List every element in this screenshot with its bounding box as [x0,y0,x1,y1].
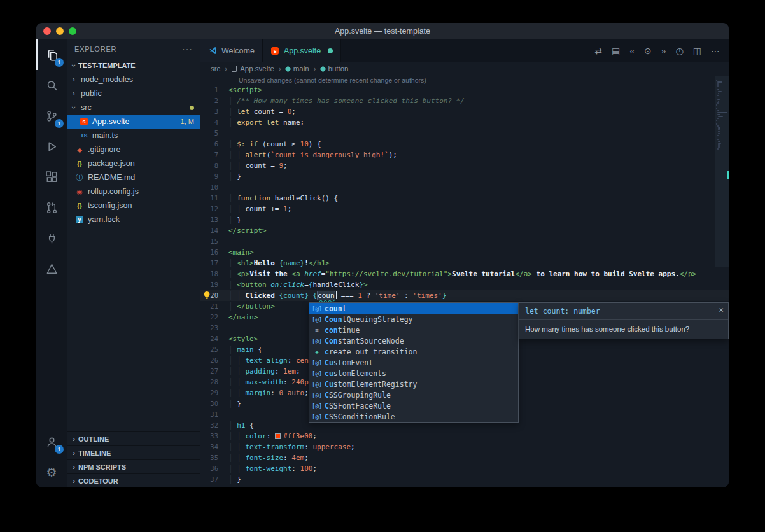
code-line-8[interactable]: 8│ │ count = 9; [200,160,729,171]
split-editor-icon[interactable]: ◫ [693,46,701,56]
code-line-35[interactable]: 35│ │ font-size: 4em; [200,452,729,463]
section-timeline[interactable]: ›TIMELINE [67,445,200,459]
suggestion-cssfontfacerule[interactable]: [@]CSSFontFaceRule [309,400,518,411]
code-line-18[interactable]: 18│ <p>Visit the <a href="https://svelte… [200,269,729,279]
code-line-1[interactable]: 1<script> [200,85,729,95]
tab-app-svelte[interactable]: sApp.svelte [263,39,341,62]
file-app-svelte[interactable]: sApp.svelte1, M [67,115,200,129]
code-line-11[interactable]: 11│ function handleClick() { [200,193,729,204]
more-actions-icon[interactable]: ··· [182,44,193,54]
code-line-16[interactable]: 16<main> [200,247,729,258]
close-button[interactable] [43,27,51,35]
code-line-6[interactable]: 6│ $: if (count ≥ 10) { [200,139,729,150]
file-package-json[interactable]: {}package.json [67,157,200,171]
lightbulb-icon[interactable] [202,291,211,300]
code-line-17[interactable]: 17│ <h1>Hello {name}!</h1> [200,258,729,269]
code-line-13[interactable]: 13│ } [200,214,729,225]
code-line-37[interactable]: 37│ } [200,474,729,485]
activity-azure-icon[interactable] [36,253,67,284]
file-yarn-lock[interactable]: yyarn.lock [67,213,200,227]
breadcrumb-app-svelte[interactable]: App.svelte [232,65,274,73]
indent-guide: │ [237,389,245,397]
previous-annotation-icon[interactable]: « [629,46,635,56]
line-number: 33 [200,431,228,442]
code-line-3[interactable]: 3│ let count = 0; [200,106,729,117]
code-line-9[interactable]: 9│ } [200,171,729,182]
open-changes-icon[interactable]: ⇄ [594,46,602,56]
folder-node-modules[interactable]: ›node_modules [67,73,200,87]
suggestion-customevent[interactable]: [@]CustomEvent [309,357,518,368]
activity-accounts-icon[interactable]: 1 [36,426,67,457]
toggle-annotation-icon[interactable]: ⊙ [644,46,652,56]
dirty-indicator [328,48,333,53]
next-annotation-icon[interactable]: » [661,46,666,56]
folder-public[interactable]: ›public [67,87,200,101]
code-line-4[interactable]: 4│ export let name; [200,117,729,128]
breadcrumb-button[interactable]: button [321,65,349,73]
more-actions-icon[interactable]: ⋯ [711,46,720,56]
suggestion-label: continue [325,326,360,335]
code-line-7[interactable]: 7│ │ alert(`count is dangerously high!`)… [200,150,729,160]
suggest-docs-description: How many times has someone clicked this … [519,320,728,339]
file-main-ts[interactable]: TSmain.ts [67,129,200,143]
activity-settings-icon[interactable]: ⚙ [36,457,67,487]
chevron-icon: › [69,75,78,84]
code-line-34[interactable]: 34│ │ text-transform: uppercase; [200,442,729,452]
section-outline[interactable]: ›OUTLINE [67,431,200,445]
code-line-36[interactable]: 36│ │ font-weight: 100; [200,463,729,474]
git-status-badge: 1, M [181,118,194,125]
suggestion-cssgroupingrule[interactable]: [@]CSSGroupingRule [309,389,518,400]
suggestion-countqueuingstrategy[interactable]: [@]CountQueuingStrategy [309,314,518,325]
activity-source-control-icon[interactable]: 1 [36,101,67,131]
suggestion-continue[interactable]: ≡continue [309,325,518,335]
code-line-19[interactable]: 19│ <button on:click={handleClick}> [200,279,729,290]
file--gitignore[interactable]: ◆.gitignore [67,143,200,157]
minimap-line [718,144,720,146]
file-tsconfig-json[interactable]: {}tsconfig.json [67,199,200,213]
activity-github-pull-requests-icon[interactable] [36,192,67,223]
code-line-12[interactable]: 12│ │ count += 1; [200,204,729,214]
activity-run-debug-icon[interactable] [36,131,67,162]
file-icon [232,66,237,72]
suggestion-customelementregistry[interactable]: [@]CustomElementRegistry [309,379,518,389]
suggestion-constantsourcenode[interactable]: [@]ConstantSourceNode [309,335,518,346]
activity-explorer-icon[interactable]: 1 [36,39,67,70]
section-npm-scripts[interactable]: ›NPM SCRIPTS [67,459,200,473]
breadcrumb-main[interactable]: main [286,65,309,73]
activity-extensions-icon[interactable] [36,162,67,192]
sidebar-header: EXPLORER ··· [67,39,200,59]
file-readme-md[interactable]: ⓘREADME.md [67,171,200,185]
zoom-button[interactable] [69,27,76,35]
tab-welcome[interactable]: Welcome [200,39,263,62]
titlebar[interactable]: App.svelte — test-template [36,23,729,39]
minimap[interactable] [715,76,729,487]
code-line-14[interactable]: 14</script> [200,225,729,236]
close-icon[interactable]: × [719,305,724,314]
activity-search-icon[interactable] [36,70,67,101]
code-line-15[interactable]: 15 [200,236,729,247]
file-rollup-config-js[interactable]: ◉rollup.config.js [67,185,200,199]
file-history-icon[interactable]: ◷ [676,46,684,56]
indent-guide: │ [228,259,237,267]
code-line-20[interactable]: 20│ │ Clicked {count} {coun === 1 ? 'tim… [200,290,729,301]
sidebar-title: EXPLORER [74,45,116,53]
minimize-button[interactable] [56,27,64,35]
suggestion-customelements[interactable]: [@]customElements [309,368,518,379]
code-line-5[interactable]: 5 [200,128,729,139]
breadcrumb-src[interactable]: src [211,65,220,73]
line-number: 8 [200,160,228,171]
suggestion-create-out-transition[interactable]: ◈create_out_transition [309,346,518,357]
project-root-header[interactable]: › TEST-TEMPLATE [67,59,200,73]
line-number: 27 [200,366,228,377]
code-line-10[interactable]: 10 [200,182,729,193]
section-codetour[interactable]: ›CODETOUR [67,473,200,487]
code-line-2[interactable]: 2│ /** How many times has someone clicke… [200,95,729,106]
symbol-variable-icon: [@] [312,414,322,420]
open-preview-icon[interactable]: ▤ [612,46,620,56]
activity-remote-explorer-icon[interactable] [36,223,67,253]
code-line-33[interactable]: 33│ │ color: #ff3e00; [200,431,729,442]
suggestion-count[interactable]: [@]count [309,303,518,314]
tab-label: App.svelte [284,46,321,55]
suggestion-cssconditionrule[interactable]: [@]CSSConditionRule [309,411,518,422]
folder-src[interactable]: ›src [67,101,200,115]
